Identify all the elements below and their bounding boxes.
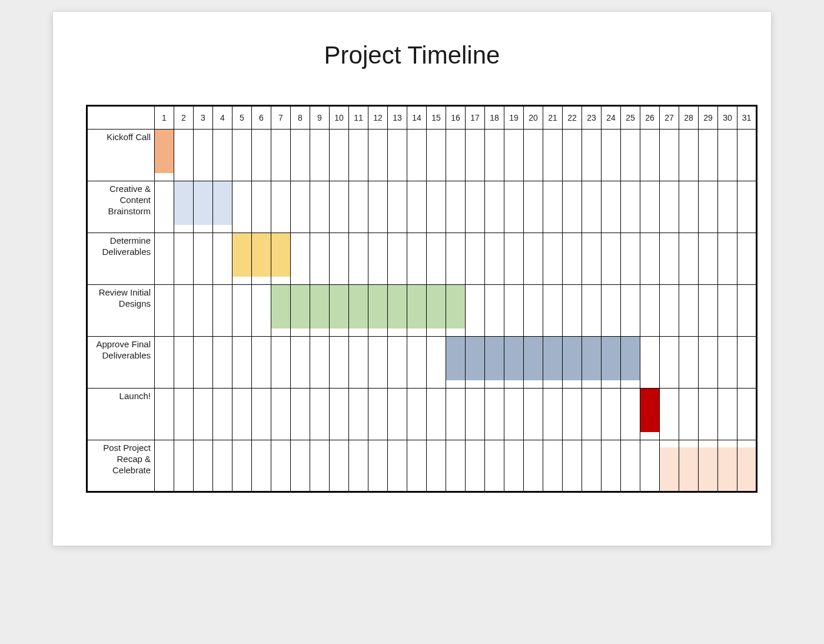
gantt-cell [718,389,737,440]
gantt-cell [174,440,194,492]
day-header: 20 [524,106,543,130]
gantt-cell [699,440,718,492]
task-label: Approve Final Deliverables [87,337,155,389]
gantt-cell [640,440,660,492]
gantt-cell [621,233,640,285]
gantt-cell [349,440,368,492]
gantt-cell [543,130,563,181]
gantt-cell [349,130,368,181]
gantt-cell [640,130,660,181]
gantt-cell [310,181,330,233]
gantt-cell [582,181,602,233]
gantt-cell [310,130,330,181]
day-header: 18 [485,106,504,130]
gantt-cell [330,440,349,492]
gantt-cell [679,440,699,492]
gantt-cell [174,181,194,233]
day-header: 5 [232,106,252,130]
gantt-cell [660,337,679,389]
gantt-cell [252,337,271,389]
gantt-table: 1234567891011121314151617181920212223242… [86,105,757,493]
gantt-bar [174,181,193,225]
day-header: 23 [582,106,602,130]
day-header: 12 [368,106,388,130]
gantt-cell [155,389,174,440]
day-header: 22 [563,106,582,130]
gantt-cell [388,181,407,233]
gantt-cell [291,440,310,492]
gantt-cell [271,285,291,337]
day-header: 19 [504,106,524,130]
gantt-cell [213,181,232,233]
gantt-bar [640,389,659,432]
gantt-cell [718,285,737,337]
gantt-cell [621,337,640,389]
gantt-cell [504,285,524,337]
gantt-cell [640,285,660,337]
gantt-cell [310,285,330,337]
gantt-cell [232,285,252,337]
table-row: Launch! [87,389,757,440]
gantt-cell [388,440,407,492]
gantt-cell [213,389,232,440]
gantt-bar [252,233,271,277]
gantt-bar [388,285,407,328]
gantt-cell [737,285,757,337]
gantt-cell [155,233,174,285]
gantt-cell [291,389,310,440]
gantt-cell [407,181,427,233]
gantt-cell [563,389,582,440]
gantt-cell [310,389,330,440]
gantt-cell [602,337,621,389]
gantt-cell [368,233,388,285]
gantt-cell [291,337,310,389]
gantt-cell [174,285,194,337]
gantt-bar [310,285,329,328]
gantt-cell [388,337,407,389]
gantt-cell [582,285,602,337]
gantt-cell [485,285,504,337]
gantt-cell [737,337,757,389]
gantt-cell [485,181,504,233]
task-label: Post Project Recap & Celebrate [87,440,155,492]
table-row: Review Initial Designs [87,285,757,337]
gantt-cell [640,389,660,440]
gantt-cell [718,233,737,285]
gantt-cell [679,389,699,440]
gantt-cell [699,233,718,285]
gantt-cell [368,337,388,389]
gantt-cell [291,233,310,285]
day-header: 26 [640,106,660,130]
gantt-cell [446,181,466,233]
gantt-cell [699,181,718,233]
gantt-bar [485,337,504,380]
gantt-cell [213,440,232,492]
gantt-cell [213,285,232,337]
gantt-cell [504,233,524,285]
gantt-cell [155,285,174,337]
day-header: 24 [602,106,621,130]
gantt-bar [621,337,640,380]
gantt-body: Kickoff CallCreative & Content Brainstor… [87,130,757,492]
day-header: 31 [737,106,757,130]
gantt-cell [718,181,737,233]
gantt-cell [737,130,757,181]
gantt-cell [563,233,582,285]
gantt-cell [718,440,737,492]
gantt-bar [194,181,212,225]
gantt-cell [466,285,485,337]
gantt-cell [563,285,582,337]
gantt-cell [699,389,718,440]
gantt-cell [427,181,446,233]
gantt-cell [602,285,621,337]
gantt-bar [446,285,465,328]
gantt-cell [543,337,563,389]
gantt-cell [252,440,271,492]
gantt-cell [407,337,427,389]
gantt-cell [543,233,563,285]
gantt-cell [407,130,427,181]
gantt-cell [563,130,582,181]
day-header: 6 [252,106,271,130]
gantt-cell [174,389,194,440]
gantt-bar [291,285,310,328]
